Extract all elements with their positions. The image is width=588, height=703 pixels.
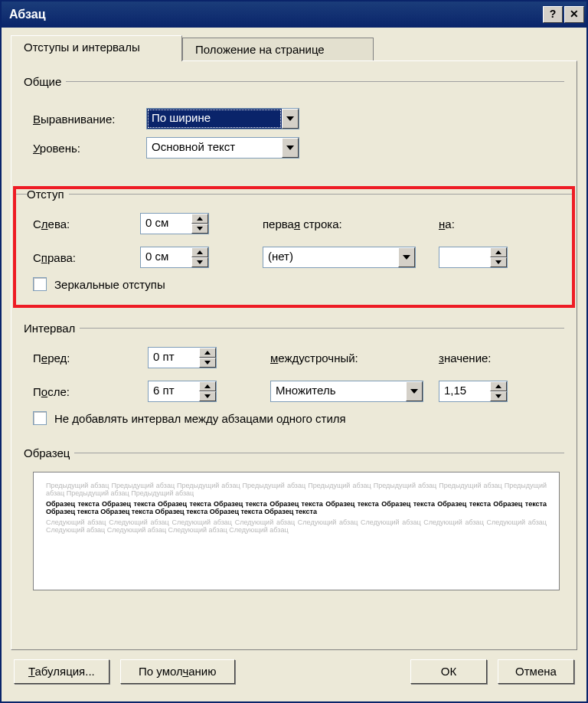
spin-up[interactable] <box>199 381 216 391</box>
spin-down[interactable] <box>199 391 216 401</box>
tab-indents-spacing[interactable]: Отступы и интервалы <box>11 35 182 61</box>
svg-marker-14 <box>495 384 501 388</box>
spacing-after-value: 6 пт <box>149 381 199 401</box>
group-general: Общие Выравнивание: По ширине Уровень: О… <box>24 75 564 172</box>
indent-right-value: 0 см <box>141 247 191 267</box>
mirror-indents-label: Зеркальные отступы <box>54 278 165 291</box>
titlebar: Абзац ? ✕ <box>2 2 586 28</box>
spacing-before-label: Перед: <box>33 352 148 365</box>
svg-marker-1 <box>286 146 294 150</box>
svg-marker-8 <box>495 260 501 264</box>
line-spacing-label: междустрочный: <box>270 352 423 365</box>
line-spacing-combo[interactable]: Множитель <box>270 381 423 402</box>
indent-by-label: на: <box>439 217 508 231</box>
spin-up[interactable] <box>490 247 507 257</box>
level-value: Основной текст <box>147 138 282 158</box>
spacing-after-label: После: <box>33 385 148 398</box>
ok-button[interactable]: ОК <box>410 659 487 684</box>
tab-label: Отступы и интервалы <box>24 41 140 54</box>
indent-left-spin[interactable]: 0 см <box>140 213 209 234</box>
svg-marker-7 <box>495 250 501 254</box>
spacing-at-value: 1,15 <box>439 381 490 401</box>
button-row: Табуляция... По умолчанию ОК Отмена <box>11 650 577 684</box>
indent-by-spin[interactable] <box>439 247 508 268</box>
alignment-combo[interactable]: По ширине <box>146 108 299 129</box>
spin-down[interactable] <box>490 391 507 401</box>
tab-strip: Отступы и интервалы Положение на страниц… <box>11 35 577 61</box>
spin-down[interactable] <box>191 257 208 267</box>
spacing-before-spin[interactable]: 0 пт <box>148 347 217 368</box>
spin-down[interactable] <box>490 257 507 267</box>
spin-buttons <box>199 348 216 368</box>
alignment-value: По ширине <box>147 109 282 129</box>
spacing-at-label: значение: <box>439 352 508 365</box>
svg-marker-11 <box>204 384 211 388</box>
group-legend: Интервал <box>24 322 80 335</box>
group-legend: Отступ <box>27 188 69 201</box>
dialog-title: Абзац <box>9 8 46 21</box>
svg-marker-6 <box>403 255 410 260</box>
line-spacing-value: Множитель <box>271 381 406 401</box>
tab-page-position[interactable]: Положение на странице <box>182 38 374 61</box>
spin-up[interactable] <box>199 348 216 358</box>
alignment-label: Выравнивание: <box>33 113 140 126</box>
titlebar-buttons: ? ✕ <box>543 6 584 23</box>
indent-right-label: Справа: <box>33 251 140 264</box>
svg-marker-15 <box>495 394 501 398</box>
svg-marker-9 <box>204 351 211 355</box>
group-spacing: Интервал Перед: 0 пт междустрочный: знач… <box>24 322 564 431</box>
spin-buttons <box>490 247 507 267</box>
firstline-label: первая строка: <box>263 217 416 231</box>
svg-marker-5 <box>197 260 203 264</box>
tab-label: Положение на странице <box>195 43 325 56</box>
group-preview: Образец Предыдущий абзац Предыдущий абза… <box>24 446 564 597</box>
svg-marker-12 <box>204 394 211 398</box>
indent-left-value: 0 см <box>141 214 191 234</box>
group-legend: Общие <box>24 75 66 88</box>
paragraph-dialog: Абзац ? ✕ Отступы и интервалы Положение … <box>0 0 588 703</box>
preview-sample-text: Образец текста Образец текста Образец те… <box>46 500 547 515</box>
firstline-value: (нет) <box>263 247 398 267</box>
group-legend: Образец <box>24 446 74 459</box>
svg-marker-3 <box>197 227 203 231</box>
spin-buttons <box>191 247 208 267</box>
help-button[interactable]: ? <box>543 6 563 23</box>
no-space-checkbox[interactable] <box>33 411 47 425</box>
level-combo[interactable]: Основной текст <box>146 137 299 159</box>
spacing-before-value: 0 пт <box>149 348 199 368</box>
indent-by-value <box>439 247 490 267</box>
client-area: Отступы и интервалы Положение на страниц… <box>2 28 586 693</box>
spin-buttons <box>490 381 507 401</box>
mirror-indents-checkbox[interactable] <box>33 277 47 291</box>
preview-prev-text: Предыдущий абзац Предыдущий абзац Предыд… <box>46 482 547 497</box>
default-button[interactable]: По умолчанию <box>120 659 235 684</box>
spin-up[interactable] <box>490 381 507 391</box>
chevron-down-icon[interactable] <box>398 247 415 267</box>
svg-marker-13 <box>410 389 418 394</box>
level-label: Уровень: <box>33 142 140 155</box>
spin-up[interactable] <box>191 247 208 257</box>
spacing-after-spin[interactable]: 6 пт <box>148 381 217 402</box>
spin-buttons <box>199 381 216 401</box>
spin-up[interactable] <box>191 214 208 224</box>
preview-next-text: Следующий абзац Следующий абзац Следующи… <box>46 518 547 534</box>
chevron-down-icon[interactable] <box>282 138 299 158</box>
svg-marker-2 <box>197 217 203 221</box>
svg-marker-4 <box>197 250 203 254</box>
spin-down[interactable] <box>191 224 208 234</box>
preview-box: Предыдущий абзац Предыдущий абзац Предыд… <box>33 472 560 590</box>
firstline-combo[interactable]: (нет) <box>263 247 416 268</box>
svg-marker-0 <box>286 116 294 121</box>
indent-right-spin[interactable]: 0 см <box>140 247 209 268</box>
no-space-label: Не добавлять интервал между абзацами одн… <box>54 412 346 425</box>
tabs-button[interactable]: Табуляция... <box>14 659 109 684</box>
svg-marker-10 <box>204 361 211 365</box>
tab-panel: Общие Выравнивание: По ширине Уровень: О… <box>11 60 577 650</box>
cancel-button[interactable]: Отмена <box>498 659 574 684</box>
chevron-down-icon[interactable] <box>406 381 423 401</box>
close-button[interactable]: ✕ <box>564 6 584 23</box>
group-indent: Отступ Слева: 0 см первая строка: на: <box>15 188 573 306</box>
spin-down[interactable] <box>199 358 216 368</box>
chevron-down-icon[interactable] <box>282 109 299 129</box>
spacing-at-spin[interactable]: 1,15 <box>439 381 508 402</box>
